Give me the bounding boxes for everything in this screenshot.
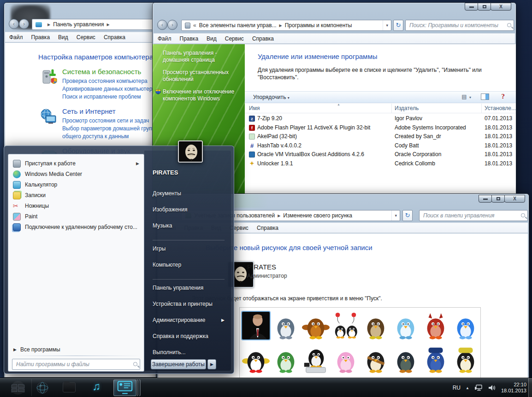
menu-item-правка[interactable]: Правка <box>176 34 203 42</box>
start-user-name[interactable]: PIRATES <box>153 169 178 176</box>
start-program-item[interactable]: Paint <box>9 211 143 222</box>
minimize-button[interactable] <box>465 3 478 11</box>
start-place-игры[interactable]: Игры <box>153 244 231 260</box>
refresh-button[interactable]: ↻ <box>402 210 413 221</box>
category-heading[interactable]: Сеть и Интернет <box>62 107 116 115</box>
search-input[interactable] <box>420 210 527 221</box>
views-button[interactable]: ▤ ▾ <box>461 93 472 100</box>
maximize-button[interactable] <box>491 195 505 203</box>
network-icon[interactable] <box>474 384 483 391</box>
breadcrumb-segment[interactable]: Программы и компоненты <box>285 22 352 29</box>
start-place-администрирование[interactable]: Администрирование▶ <box>153 315 231 331</box>
category-link[interactable]: Просмотр состояния сети и задач <box>62 117 149 124</box>
breadcrumb-segment[interactable]: Изменение своего рисунка <box>283 212 352 219</box>
preview-pane-button[interactable] <box>481 93 489 100</box>
menu-item-вид[interactable]: Вид <box>202 34 221 42</box>
menu-item-сервис[interactable]: Сервис <box>72 32 100 41</box>
ice-penguin-avatar[interactable] <box>391 311 420 340</box>
column-publisher[interactable]: Издатель <box>395 105 419 111</box>
menu-item-справка[interactable]: Справка <box>100 32 130 41</box>
sidebar-task-2[interactable]: Просмотр установленных обновлений <box>163 69 236 83</box>
browser-taskbar-item[interactable] <box>36 381 49 396</box>
overflow-chevron-icon[interactable]: « <box>193 22 196 29</box>
organize-button[interactable]: Упорядочить ▾ <box>253 94 290 100</box>
all-programs-button[interactable]: ▶Все программы <box>9 344 143 355</box>
program-row[interactable]: AkelPad (32-bit)Created by San_dr18.01.2… <box>245 132 516 141</box>
program-row[interactable]: #HashTab v.4.0.0.2Cody Batt18.01.2013 <box>245 141 516 151</box>
program-row[interactable]: Oracle VM VirtualBox Guest Additions 4.2… <box>245 150 516 159</box>
tuxedo-penguin-avatar[interactable] <box>301 345 330 374</box>
twin-penguins-avatar[interactable] <box>331 311 360 340</box>
start-place-панель-управления[interactable]: Панель управления <box>153 283 231 299</box>
breadcrumb[interactable]: Панель управления <box>53 21 104 28</box>
start-program-item[interactable]: ✂Ножницы <box>9 201 143 211</box>
start-search-box[interactable] <box>12 359 140 370</box>
column-name[interactable]: Имя <box>249 105 260 111</box>
start-program-item[interactable]: Приступая к работе▶ <box>9 158 143 169</box>
program-row[interactable]: z7-Zip 9.20Igor Pavlov07.01.2013 <box>245 114 516 123</box>
blue-penguin-avatar[interactable] <box>451 311 480 340</box>
robed-penguin-avatar[interactable] <box>421 345 450 374</box>
media-player-taskbar-item[interactable]: ♫ <box>92 380 100 393</box>
armored-penguin-avatar[interactable] <box>391 345 420 374</box>
active-control-panel-task[interactable] <box>113 379 136 396</box>
program-row[interactable]: fAdobe Flash Player 11 ActiveX & Plugin … <box>245 123 516 133</box>
winged-penguin-avatar[interactable] <box>242 345 270 374</box>
help-button[interactable]: ? <box>502 93 505 100</box>
program-row[interactable]: ✦Unlocker 1.9.1Cedrick Collomb18.01.2013 <box>245 159 516 169</box>
start-place-документы[interactable]: Документы <box>153 188 231 204</box>
menu-item-справка[interactable]: Справка <box>253 223 283 231</box>
category-link[interactable]: Архивирование данных компьютера <box>62 86 155 92</box>
category-link[interactable]: Проверка состояния компьютера <box>62 78 148 84</box>
sidebar-task-3[interactable]: Включение или отключение компонентов Win… <box>163 88 236 102</box>
wig-penguin-avatar[interactable] <box>451 345 480 374</box>
address-bar[interactable]: ▶ Панель управления ▶ <box>32 19 154 30</box>
search-input[interactable] <box>406 20 514 30</box>
start-program-item[interactable]: Калькулятор <box>9 180 143 190</box>
back-button[interactable]: ‹ <box>157 20 167 30</box>
devil-penguin-avatar[interactable] <box>421 311 450 340</box>
menu-item-справка[interactable]: Справка <box>248 34 278 42</box>
category-heading[interactable]: Система и безопасность <box>62 68 141 76</box>
menu-item-файл[interactable]: Файл <box>5 32 27 41</box>
crab-penguin-avatar[interactable] <box>301 311 330 340</box>
stacked-window-edge[interactable] <box>139 379 141 396</box>
breadcrumb-segment[interactable]: Все элементы панели управ... <box>199 22 277 29</box>
shutdown-button[interactable]: Завершение работы <box>151 359 206 369</box>
maximize-button[interactable] <box>478 3 491 11</box>
menu-item-вид[interactable]: Вид <box>54 32 72 41</box>
forward-button[interactable]: › <box>19 19 29 29</box>
column-installed[interactable]: Установле... <box>485 105 516 111</box>
start-place-музыка[interactable]: Музыка <box>153 221 231 237</box>
start-program-item[interactable]: Windows Media Center <box>9 169 143 179</box>
start-place-компьютер[interactable]: Компьютер <box>153 260 231 276</box>
close-button[interactable]: X <box>504 195 525 203</box>
clock[interactable]: 22:10 18.01.2013 <box>501 382 526 394</box>
brown-penguin-avatar[interactable] <box>361 311 390 340</box>
address-dropdown-icon[interactable]: ▾ <box>383 20 391 30</box>
start-button[interactable] <box>7 380 29 396</box>
start-place-устройства-и-принтеры[interactable]: Устройства и принтеры <box>153 299 231 315</box>
start-search-input[interactable] <box>12 359 140 369</box>
close-button[interactable]: X <box>491 3 511 11</box>
start-place-изображения[interactable]: Изображения <box>153 204 231 221</box>
suit-penguin-avatar[interactable] <box>272 311 300 340</box>
start-program-item[interactable]: Записки <box>9 190 143 200</box>
category-link[interactable]: Выбор параметров домашней группы и <box>62 125 155 132</box>
category-link[interactable]: Поиск и исправление проблем <box>62 93 141 100</box>
minimize-button[interactable] <box>479 195 492 203</box>
stacked-window-edge[interactable] <box>137 379 138 396</box>
category-link[interactable]: общего доступа к данным <box>62 133 129 140</box>
search-box[interactable] <box>419 210 528 221</box>
pig-penguin-avatar[interactable] <box>331 345 360 374</box>
address-dropdown-icon[interactable]: ▾ <box>391 210 400 221</box>
back-button[interactable]: ‹ <box>9 19 19 29</box>
shutdown-options-arrow[interactable]: ▶ <box>207 359 216 369</box>
start-place-справка-и-поддержка[interactable]: Справка и поддержка <box>153 331 231 347</box>
hitman-avatar[interactable] <box>242 311 270 340</box>
refresh-button[interactable]: ↻ <box>393 20 403 31</box>
menu-item-файл[interactable]: Файл <box>154 34 176 42</box>
explorer-taskbar-item[interactable] <box>63 382 76 392</box>
language-indicator[interactable]: RU <box>453 385 461 391</box>
menu-item-правка[interactable]: Правка <box>27 32 54 41</box>
